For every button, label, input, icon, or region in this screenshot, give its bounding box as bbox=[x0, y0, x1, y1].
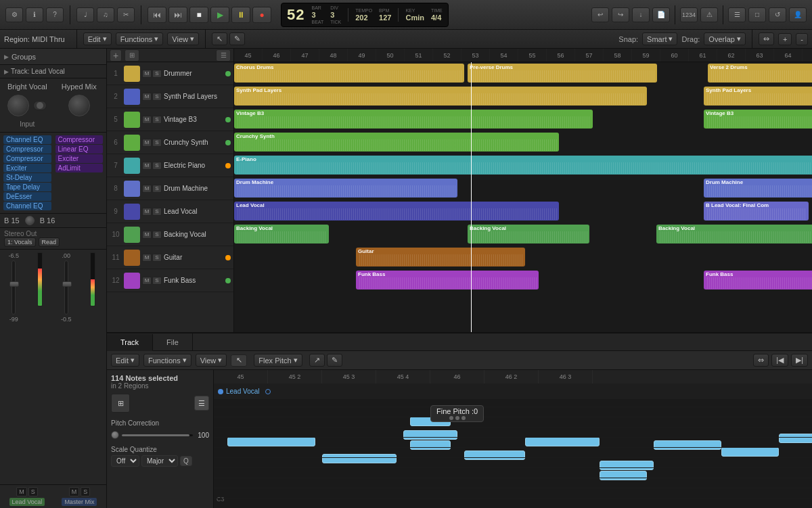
lower-view-menu[interactable]: View ▾ bbox=[196, 354, 227, 367]
record-btn[interactable]: ● bbox=[252, 7, 271, 23]
region-8-0[interactable]: Drum Machine bbox=[234, 179, 457, 198]
region-11-0[interactable]: Guitar bbox=[356, 248, 525, 267]
lower-grid-btn[interactable]: ☰ bbox=[194, 396, 209, 411]
region-6-0[interactable]: Crunchy Synth bbox=[234, 133, 559, 152]
scale-major-select[interactable]: Major bbox=[141, 455, 178, 467]
s-btn-2[interactable]: S bbox=[81, 487, 90, 497]
stop-btn[interactable]: ■ bbox=[189, 7, 208, 23]
help-btn[interactable]: ? bbox=[46, 7, 64, 22]
region-5-0[interactable]: Vintage B3 bbox=[234, 110, 593, 129]
plugin-channel-eq[interactable]: Channel EQ bbox=[3, 135, 51, 144]
forward-btn[interactable]: ⏭ bbox=[168, 7, 187, 23]
region-10-0[interactable]: Backing Vocal bbox=[234, 225, 329, 244]
region-2-0[interactable]: Synth Pad Layers bbox=[234, 87, 647, 106]
loop-btn[interactable]: ↺ bbox=[769, 7, 786, 22]
region-9-0[interactable]: Lead Vocal bbox=[234, 202, 559, 221]
lower-snap-btn[interactable]: ⊞ bbox=[111, 394, 130, 413]
pause-btn[interactable]: ⏸ bbox=[231, 7, 250, 23]
solo-btn-12[interactable]: S bbox=[152, 277, 162, 285]
lower-tool-pencil[interactable]: ✎ bbox=[327, 354, 342, 367]
s-btn-1[interactable]: S bbox=[28, 487, 38, 497]
scissors-btn[interactable]: ✂ bbox=[117, 7, 135, 22]
lower-tool-1[interactable]: ↖ bbox=[231, 354, 247, 367]
mute-btn-6[interactable]: M bbox=[142, 139, 152, 147]
plugin-channel-eq-2[interactable]: Channel EQ bbox=[3, 202, 51, 210]
scale-off-select[interactable]: Off bbox=[111, 455, 139, 467]
solo-btn-10[interactable]: S bbox=[152, 231, 162, 239]
tool-1[interactable]: ↖ bbox=[212, 32, 227, 45]
lower-nav-2[interactable]: ▶| bbox=[791, 354, 808, 367]
plugin-exciter[interactable]: Exciter bbox=[3, 164, 51, 172]
resize-handles[interactable]: ⇔ bbox=[759, 32, 774, 45]
metronome-btn[interactable]: ♩ bbox=[76, 7, 94, 22]
solo-btn-2[interactable]: S bbox=[152, 93, 162, 101]
zoom-out[interactable]: - bbox=[796, 33, 808, 45]
region-10-2[interactable]: Backing Vocal bbox=[656, 225, 812, 244]
region-10-1[interactable]: Backing Vocal bbox=[468, 225, 589, 244]
m-btn-2[interactable]: M bbox=[69, 487, 80, 497]
tool-2[interactable]: ✎ bbox=[229, 32, 245, 45]
pan-knob[interactable] bbox=[7, 95, 29, 116]
pan-knob-2[interactable] bbox=[68, 95, 90, 116]
functions-menu[interactable]: Functions ▾ bbox=[116, 32, 164, 45]
plugin-tape-delay[interactable]: Tape Delay bbox=[3, 183, 51, 191]
mute-btn-12[interactable]: M bbox=[142, 277, 152, 285]
solo-btn-6[interactable]: S bbox=[152, 139, 162, 147]
fader-track-1[interactable] bbox=[12, 260, 16, 315]
info-btn[interactable]: ℹ bbox=[26, 7, 43, 22]
warn-btn[interactable]: ⚠ bbox=[700, 7, 718, 22]
region-1-0[interactable]: Chorus Drums bbox=[234, 64, 464, 83]
groups-arrow[interactable]: ▶ bbox=[4, 53, 9, 60]
fader-track-2[interactable] bbox=[64, 260, 68, 315]
plugin-compressor-3[interactable]: Compressor bbox=[55, 135, 104, 144]
m-btn-1[interactable]: M bbox=[16, 487, 27, 497]
zoom-in[interactable]: + bbox=[778, 33, 792, 45]
mute-btn-11[interactable]: M bbox=[142, 254, 152, 262]
tab-track[interactable]: Track bbox=[107, 334, 153, 351]
mute-btn-10[interactable]: M bbox=[142, 231, 152, 239]
lower-tool-cursor[interactable]: ↗ bbox=[309, 354, 325, 367]
redo-btn[interactable]: ↪ bbox=[612, 7, 629, 22]
mute-btn-1[interactable]: M bbox=[142, 70, 152, 78]
play-btn[interactable]: ▶ bbox=[210, 7, 229, 23]
grid-btn[interactable]: ⊞ bbox=[125, 49, 139, 62]
region-12-1[interactable]: Funk Bass bbox=[704, 271, 812, 290]
plugin-adlimit[interactable]: AdLimit bbox=[55, 164, 104, 172]
undo-btn[interactable]: ↩ bbox=[591, 7, 609, 22]
region-5-1[interactable]: Vintage B3 bbox=[704, 110, 812, 129]
solo-btn-11[interactable]: S bbox=[152, 254, 162, 262]
rewind-btn[interactable]: ⏮ bbox=[148, 7, 166, 23]
add-track-btn[interactable]: + bbox=[110, 49, 122, 62]
bus-1-knob[interactable] bbox=[25, 216, 35, 225]
save-btn[interactable]: 📄 bbox=[652, 7, 670, 22]
plugin-compressor-1[interactable]: Compressor bbox=[3, 145, 51, 154]
read-btn[interactable]: Read bbox=[39, 237, 60, 247]
solo-btn-7[interactable]: S bbox=[152, 162, 162, 170]
plugin-linear-eq[interactable]: Linear EQ bbox=[55, 145, 104, 154]
plugin-exciter-2[interactable]: Exciter bbox=[55, 154, 104, 163]
pitch-slider-track[interactable] bbox=[122, 434, 193, 436]
mute-btn-8[interactable]: M bbox=[142, 185, 152, 193]
solo-btn-1[interactable]: S bbox=[152, 70, 162, 78]
person-btn[interactable]: 👤 bbox=[789, 7, 807, 22]
edit-menu[interactable]: Edit ▾ bbox=[83, 32, 112, 45]
quantize-btn[interactable]: Q bbox=[180, 456, 192, 466]
track-arrow[interactable]: ▶ bbox=[4, 68, 9, 75]
fader-knob-1[interactable] bbox=[9, 281, 19, 287]
menu-btn[interactable]: ☰ bbox=[728, 7, 746, 22]
drag-value[interactable]: Overlap ▾ bbox=[704, 32, 746, 45]
download-btn[interactable]: ↓ bbox=[632, 7, 650, 22]
lower-functions-menu[interactable]: Functions ▾ bbox=[143, 354, 191, 367]
options-btn[interactable]: ☰ bbox=[216, 49, 231, 62]
plugin-st-delay[interactable]: St-Delay bbox=[3, 173, 51, 182]
lower-zoom-tool[interactable]: ⇔ bbox=[753, 354, 769, 367]
mute-btn-9[interactable]: M bbox=[142, 208, 152, 216]
mute-btn-5[interactable]: M bbox=[142, 116, 152, 124]
lower-edit-menu[interactable]: Edit ▾ bbox=[111, 354, 139, 367]
region-9-1[interactable]: B Lead Vocal: Final Com bbox=[704, 202, 809, 221]
region-12-0[interactable]: Funk Bass bbox=[356, 271, 539, 290]
lower-nav-1[interactable]: |◀ bbox=[771, 354, 788, 367]
pitch-slider-knob[interactable] bbox=[111, 431, 119, 439]
solo-btn-5[interactable]: S bbox=[152, 116, 162, 124]
plugin-compressor-2[interactable]: Compressor bbox=[3, 154, 51, 163]
